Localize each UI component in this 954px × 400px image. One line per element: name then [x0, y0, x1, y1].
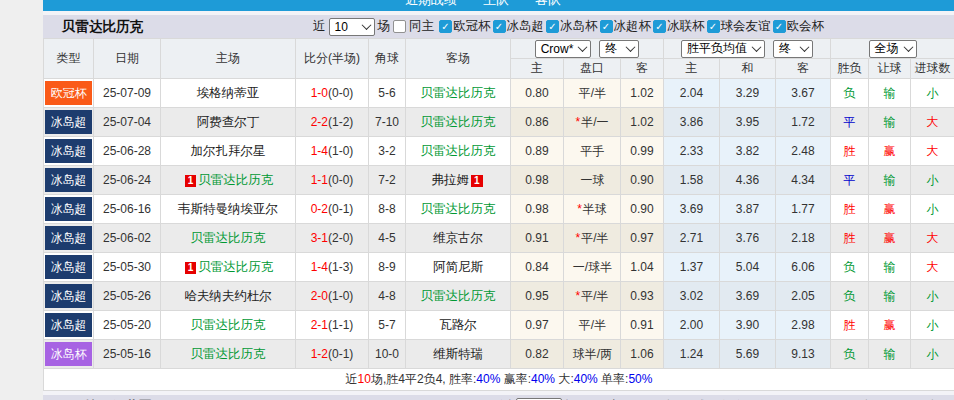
avg-lose-odds: 9.13	[776, 340, 831, 369]
match-date: 25-07-09	[94, 79, 161, 108]
home-team-cell: 阿费查尔丁	[161, 108, 296, 137]
history-row: 冰岛超 25-06-02 贝雷达比历克 3-1(2-0) 4-5 维京古尔 0.…	[44, 224, 954, 253]
top-nav-links[interactable]: 近期战绩 主队 客队	[405, 0, 561, 9]
rank-badge: 1	[185, 175, 197, 187]
match-score: 1-4(1-0)	[296, 137, 369, 166]
col-header-score: 比分(半场)	[296, 39, 369, 79]
avg-lose-odds: 2.98	[776, 311, 831, 340]
avg-lose-odds: 3.67	[776, 79, 831, 108]
team-name-link[interactable]: 哈夫纳夫约杜尔	[184, 289, 272, 303]
summary-segment: 10	[358, 372, 371, 386]
table-head: 类型 日期 主场 比分(半场) 角球 客场 Crow* 终 胜平负均值	[44, 39, 954, 79]
team-name-link[interactable]: 韦斯特曼纳埃亚尔	[178, 202, 278, 216]
team-name-link[interactable]: 贝雷达比历克	[191, 347, 266, 361]
team-name-link[interactable]: 贝雷达比历克	[191, 231, 266, 245]
summary-segment: 单率:	[598, 372, 629, 386]
avg-win-odds: 2.33	[664, 137, 720, 166]
bookmaker-select[interactable]: Crow*	[535, 40, 592, 58]
avg-odds-select[interactable]: 胜平负均值	[681, 40, 765, 58]
team-name-link[interactable]: 贝雷达比历克	[421, 115, 496, 129]
match-date: 25-05-30	[94, 253, 161, 282]
avg-draw-odds: 3.82	[720, 137, 776, 166]
team-name-link[interactable]: 维京古尔	[433, 231, 483, 245]
odds-handicap: 平手	[564, 137, 621, 166]
odds-handicap: 一/球半	[564, 253, 621, 282]
odds-time-select-1[interactable]: 终	[599, 40, 639, 58]
match-score: 3-1(2-0)	[296, 224, 369, 253]
league-filter[interactable]: ✓冰岛超	[493, 18, 545, 35]
checkbox[interactable]: ✓	[493, 20, 506, 33]
top-nav-link[interactable]: 近期战绩	[405, 0, 457, 9]
sub-header-avg-draw: 和	[720, 59, 776, 79]
team-name-link[interactable]: 弗拉姆	[431, 173, 469, 187]
team-name-link[interactable]: 阿简尼斯	[433, 260, 483, 274]
team-name-link[interactable]: 贝雷达比历克	[421, 86, 496, 100]
league-filter[interactable]: ✓冰岛杯	[546, 18, 598, 35]
team-name-link[interactable]: 埃格纳蒂亚	[197, 86, 260, 100]
team-name-link[interactable]: 阿费查尔丁	[197, 115, 260, 129]
corner-score: 7-10	[369, 108, 406, 137]
odds-home: 0.97	[511, 311, 564, 340]
match-type-badge: 冰岛超	[45, 139, 92, 163]
result-handicap: 赢	[869, 224, 911, 253]
league-filter[interactable]: ✓冰超杯	[600, 18, 652, 35]
history-table-body: 欧冠杯 25-07-09 埃格纳蒂亚 1-0(0-0) 5-6 贝雷达比历克 0…	[44, 79, 954, 369]
league-filter[interactable]: ✓欧冠杯	[439, 18, 491, 35]
checkbox[interactable]: ✓	[653, 20, 666, 33]
league-filter[interactable]: ✓欧会杯	[773, 18, 825, 35]
team-name-link[interactable]: 贝雷达比历克	[421, 289, 496, 303]
checkbox[interactable]: ✓	[773, 20, 786, 33]
match-score: 2-0(1-0)	[296, 282, 369, 311]
match-score: 2-1(1-1)	[296, 311, 369, 340]
odds-home: 0.86	[511, 108, 564, 137]
team-name-link[interactable]: 瓦路尔	[439, 318, 477, 332]
scope-select[interactable]: 全场	[869, 40, 917, 58]
checkbox[interactable]: ✓	[600, 20, 613, 33]
checkbox[interactable]: ✓	[439, 20, 452, 33]
match-type-cell: 冰岛超	[44, 166, 94, 195]
team-name-link[interactable]: 加尔扎拜尔星	[191, 144, 266, 158]
chevron-down-icon	[752, 42, 762, 52]
match-type-badge: 冰岛超	[45, 284, 92, 308]
match-type-badge: 冰岛杯	[45, 342, 92, 366]
checkbox[interactable]: ✓	[707, 20, 720, 33]
avg-lose-odds: 4.34	[776, 166, 831, 195]
team-name-link[interactable]: 贝雷达比历克	[421, 144, 496, 158]
team-name-link[interactable]: 贝雷达比历克	[191, 318, 266, 332]
col-header-corner: 角球	[369, 39, 406, 79]
team-history-header: 贝雷达比历克 近 10 场 同主 ✓欧冠杯✓冰岛超✓冰岛杯✓冰超杯✓冰联杯✓球会…	[43, 15, 954, 38]
avg-lose-odds: 2.18	[776, 224, 831, 253]
match-score: 1-0(0-0)	[296, 79, 369, 108]
team-name-link[interactable]: 贝雷达比历克	[198, 260, 273, 274]
top-nav-link[interactable]: 客队	[535, 0, 561, 9]
top-nav-link[interactable]: 主队	[483, 0, 509, 9]
corner-score: 4-8	[369, 282, 406, 311]
corner-score: 8-8	[369, 195, 406, 224]
same-home-checkbox[interactable]	[393, 20, 406, 33]
history-row: 冰岛超 25-05-20 贝雷达比历克 2-1(1-1) 5-7 瓦路尔 0.9…	[44, 311, 954, 340]
summary-segment: 40%	[531, 372, 555, 386]
chevron-down-icon	[626, 42, 636, 52]
checkbox[interactable]: ✓	[546, 20, 559, 33]
odds-time-select-2[interactable]: 终	[773, 40, 813, 58]
match-type-cell: 冰岛超	[44, 108, 94, 137]
avg-win-odds: 1.58	[664, 166, 720, 195]
odds-away: 0.91	[621, 311, 664, 340]
team-name-link[interactable]: 贝雷达比历克	[198, 173, 273, 187]
result-outcome: 胜	[831, 137, 869, 166]
league-filter[interactable]: ✓球会友谊	[707, 18, 771, 35]
history-row: 冰岛超 25-05-26 哈夫纳夫约杜尔 2-0(1-0) 4-8 贝雷达比历克…	[44, 282, 954, 311]
chevron-down-icon	[903, 42, 913, 52]
league-filter-label: 球会友谊	[721, 18, 771, 35]
avg-win-odds: 3.02	[664, 282, 720, 311]
team-name-link[interactable]: 维斯特瑞	[433, 347, 483, 361]
avg-win-odds: 1.24	[664, 340, 720, 369]
match-count-select[interactable]: 10	[329, 18, 375, 36]
odds-handicap: *半/一	[564, 108, 621, 137]
odds-away: 1.06	[621, 340, 664, 369]
result-goals: 大	[911, 137, 954, 166]
team-name-link[interactable]: 贝雷达比历克	[421, 202, 496, 216]
result-outcome: 负	[831, 282, 869, 311]
home-team-cell: 哈夫纳夫约杜尔	[161, 282, 296, 311]
league-filter[interactable]: ✓冰联杯	[653, 18, 705, 35]
